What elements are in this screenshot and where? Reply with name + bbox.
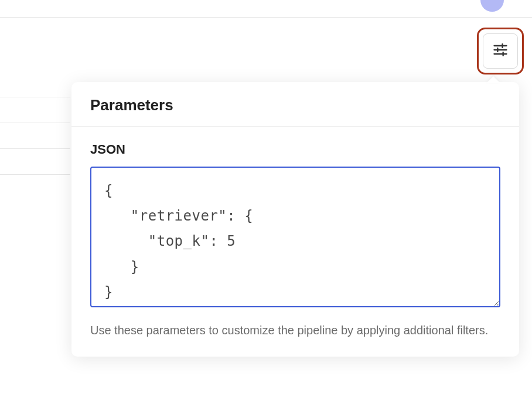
json-label: JSON bbox=[90, 142, 500, 157]
sliders-icon bbox=[492, 42, 509, 60]
left-panel-divider bbox=[0, 97, 70, 123]
json-input[interactable]: { "retriever": { "top_k": 5 } } bbox=[90, 167, 500, 307]
left-panel-divider bbox=[0, 18, 70, 97]
parameters-popover: Parameters JSON { "retriever": { "top_k"… bbox=[71, 82, 519, 357]
settings-button[interactable] bbox=[483, 33, 518, 69]
popover-title: Parameters bbox=[71, 82, 519, 127]
top-bar bbox=[0, 0, 532, 18]
popover-body: JSON { "retriever": { "top_k": 5 } } Use… bbox=[71, 127, 519, 357]
left-panel-divider bbox=[0, 149, 70, 175]
left-panel bbox=[0, 18, 70, 175]
helper-text: Use these parameters to customize the pi… bbox=[90, 320, 500, 340]
left-panel-divider bbox=[0, 123, 70, 149]
avatar[interactable] bbox=[480, 0, 504, 12]
popover-arrow bbox=[486, 76, 500, 83]
